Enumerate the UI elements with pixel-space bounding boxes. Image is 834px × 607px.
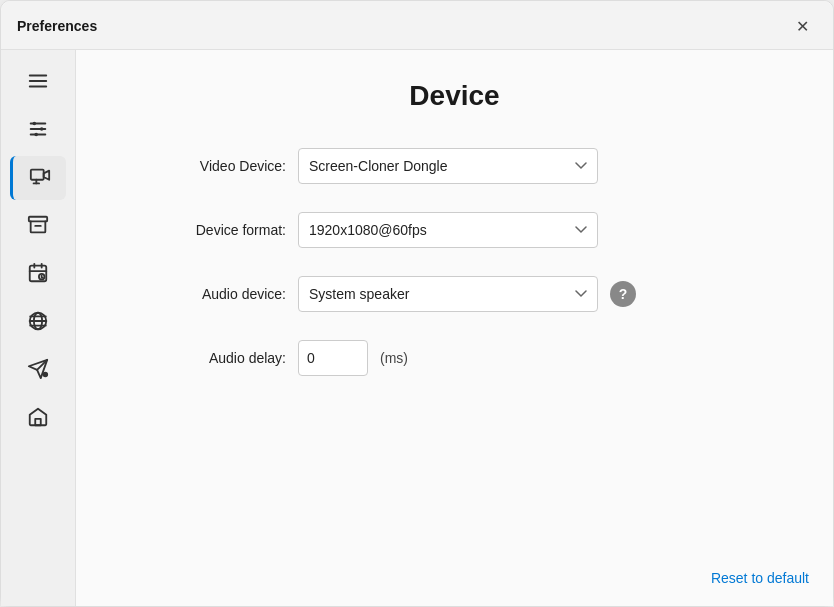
send-icon (27, 358, 49, 383)
video-device-label: Video Device: (136, 158, 286, 174)
preferences-window: Preferences ✕ (0, 0, 834, 607)
title-bar: Preferences ✕ (1, 1, 833, 50)
svg-rect-28 (35, 418, 41, 424)
device-format-select[interactable]: 1920x1080@60fps 1280x720@60fps 1280x720@… (298, 212, 598, 248)
sidebar-item-schedule[interactable] (10, 252, 66, 296)
close-button[interactable]: ✕ (787, 11, 817, 41)
device-format-row: Device format: 1920x1080@60fps 1280x720@… (136, 212, 598, 248)
audio-delay-input[interactable] (298, 340, 368, 376)
device-format-label: Device format: (136, 222, 286, 238)
audio-delay-label: Audio delay: (136, 350, 286, 366)
sliders-icon (27, 118, 49, 143)
svg-point-27 (43, 371, 49, 377)
audio-device-select[interactable]: System speaker HDMI Audio Microphone (298, 276, 598, 312)
schedule-icon (27, 262, 49, 287)
audio-device-row: Audio device: System speaker HDMI Audio … (136, 276, 636, 312)
audio-device-label: Audio device: (136, 286, 286, 302)
audio-delay-row: Audio delay: (ms) (136, 340, 408, 376)
svg-rect-9 (30, 169, 43, 179)
page-title: Device (136, 80, 773, 112)
sidebar-item-device[interactable] (10, 156, 66, 200)
sidebar-item-home[interactable] (10, 396, 66, 440)
sidebar (1, 50, 76, 606)
globe-icon (27, 310, 49, 335)
window-title: Preferences (17, 18, 97, 34)
svg-point-6 (40, 127, 44, 131)
video-device-row: Video Device: Screen-Cloner Dongle USB C… (136, 148, 598, 184)
sidebar-item-archive[interactable] (10, 204, 66, 248)
form-area: Video Device: Screen-Cloner Dongle USB C… (136, 148, 773, 376)
device-icon (29, 166, 51, 191)
sidebar-item-menu[interactable] (10, 60, 66, 104)
sidebar-item-globe[interactable] (10, 300, 66, 344)
sidebar-item-send[interactable] (10, 348, 66, 392)
home-icon (27, 406, 49, 431)
audio-device-help-icon[interactable]: ? (610, 281, 636, 307)
svg-point-8 (34, 132, 38, 136)
svg-rect-13 (29, 216, 47, 221)
archive-icon (27, 214, 49, 239)
menu-icon (27, 70, 49, 95)
audio-delay-unit: (ms) (380, 350, 408, 366)
main-content: Device Video Device: Screen-Cloner Dongl… (76, 50, 833, 606)
video-device-select[interactable]: Screen-Cloner Dongle USB Capture Device … (298, 148, 598, 184)
content-area: Device Video Device: Screen-Cloner Dongl… (1, 50, 833, 606)
svg-point-4 (33, 121, 37, 125)
sidebar-item-settings[interactable] (10, 108, 66, 152)
reset-to-default-link[interactable]: Reset to default (711, 570, 809, 586)
svg-marker-10 (43, 170, 48, 179)
